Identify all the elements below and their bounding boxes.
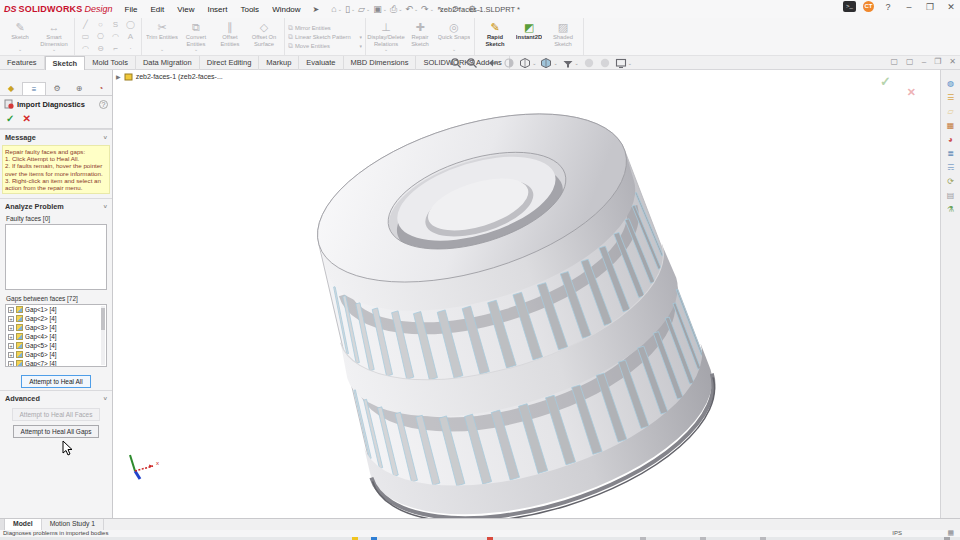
expand-icon[interactable]: + bbox=[8, 343, 14, 349]
custom-status-icon[interactable]: ▦ bbox=[947, 529, 954, 537]
pack-and-go-icon[interactable]: ⟳ bbox=[945, 176, 957, 187]
analyze-problem-header[interactable]: Analyze Problem˅ bbox=[0, 198, 112, 213]
close-button[interactable]: ✕ bbox=[944, 2, 958, 12]
expand-arrow-icon[interactable]: ▶ bbox=[116, 73, 121, 80]
rapid-sketch-button[interactable]: ✎Rapid Sketch bbox=[478, 19, 512, 54]
solidworks-forum-icon[interactable]: ☴ bbox=[945, 162, 957, 173]
confirm-cancel-icon[interactable]: ✕ bbox=[907, 86, 916, 99]
gap-list-item[interactable]: +Gap<5> [4] bbox=[6, 341, 106, 350]
convert-entities-button[interactable]: ⧉Convert Entities⌄ bbox=[179, 19, 213, 54]
display-style-icon[interactable]: ⌄ bbox=[540, 57, 557, 69]
fillet-icon[interactable]: ⌐ bbox=[108, 43, 123, 55]
feature-tree-flyout[interactable]: ▶ zeb2-faces-1 (zeb2-faces-... bbox=[116, 72, 223, 81]
mirror-entities-button[interactable]: ⧉Mirror Entities bbox=[288, 24, 362, 32]
line-icon[interactable]: ╱ bbox=[78, 19, 93, 31]
doc-restore-button[interactable]: ❐ bbox=[934, 57, 941, 66]
spline-icon[interactable]: S bbox=[108, 19, 123, 31]
doc-minimize-button[interactable]: – bbox=[922, 57, 926, 66]
design-library-icon[interactable]: ☰ bbox=[945, 92, 957, 103]
message-section-header[interactable]: Message˅ bbox=[0, 129, 112, 144]
graphics-viewport[interactable]: ▶ zeb2-faces-1 (zeb2-faces-... ✓ ✕ x bbox=[113, 70, 940, 518]
home-icon[interactable]: ⌂⌄ bbox=[331, 4, 342, 14]
tab-markup[interactable]: Markup bbox=[259, 56, 299, 70]
text-icon[interactable]: A bbox=[123, 31, 138, 43]
gap-list-item[interactable]: +Gap<6> [4] bbox=[6, 350, 106, 359]
apply-scene-icon[interactable] bbox=[599, 57, 611, 69]
part-model[interactable] bbox=[113, 70, 940, 518]
section-view-icon[interactable] bbox=[503, 57, 515, 69]
hide-show-items-icon[interactable]: ⌄ bbox=[562, 57, 579, 69]
recording-icon[interactable]: CT bbox=[863, 1, 874, 12]
help-icon[interactable]: ? bbox=[99, 100, 108, 109]
polygon-icon[interactable]: ⎔ bbox=[93, 31, 108, 43]
custom-properties-icon[interactable]: ≣ bbox=[945, 148, 957, 159]
menu-insert[interactable]: Insert bbox=[201, 3, 233, 16]
menu-edit[interactable]: Edit bbox=[144, 3, 170, 16]
arc-icon[interactable]: ◠ bbox=[108, 31, 123, 43]
save-icon[interactable]: ▣⌄ bbox=[373, 4, 387, 14]
quick-snaps-button[interactable]: ◎Quick Snaps⌄ bbox=[437, 19, 471, 54]
select-icon[interactable]: ↖⌄ bbox=[437, 4, 450, 14]
edit-appearance-icon[interactable] bbox=[583, 57, 595, 69]
view-settings-icon[interactable]: ⌄ bbox=[615, 57, 632, 69]
view-palette-icon[interactable]: ▦ bbox=[945, 120, 957, 131]
tab-features[interactable]: Features bbox=[0, 56, 45, 70]
faulty-faces-list[interactable] bbox=[5, 224, 107, 290]
cancel-icon[interactable]: ✕ bbox=[22, 113, 30, 124]
restore-button[interactable]: ❐ bbox=[923, 2, 937, 12]
tab-data-migration[interactable]: Data Migration bbox=[136, 56, 200, 70]
minimize-button[interactable]: – bbox=[902, 2, 916, 12]
attempt-heal-all-gaps-button[interactable]: Attempt to Heal All Gaps bbox=[13, 425, 100, 438]
point-icon[interactable]: · bbox=[123, 43, 138, 55]
advanced-section-header[interactable]: Advanced˅ bbox=[0, 390, 112, 405]
manager-tab-configuration-manager[interactable]: ⚙ bbox=[46, 82, 68, 95]
redo-icon[interactable]: ↷⌄ bbox=[421, 4, 434, 14]
part-reviewer-icon[interactable]: ▤ bbox=[945, 190, 957, 201]
gaps-list[interactable]: +Gap<1> [4]+Gap<2> [4]+Gap<3> [4]+Gap<4>… bbox=[5, 304, 107, 367]
menu-view[interactable]: View bbox=[171, 3, 200, 16]
ellipse-icon[interactable]: ◯ bbox=[123, 19, 138, 31]
new-document-icon[interactable]: ▯⌄ bbox=[345, 4, 355, 14]
print-icon[interactable]: ⎙⌄ bbox=[390, 4, 402, 15]
gap-list-item[interactable]: +Gap<4> [4] bbox=[6, 332, 106, 341]
unit-system[interactable]: IPS bbox=[892, 530, 902, 536]
rebuild-icon[interactable]: ⟳⌄ bbox=[453, 4, 466, 14]
linear-sketch-pattern-button[interactable]: ⧉Linear Sketch Pattern▾ bbox=[288, 33, 362, 41]
zoom-fit-icon[interactable] bbox=[450, 57, 462, 69]
rectangle-icon[interactable]: ▭ bbox=[78, 31, 93, 43]
appearances-icon[interactable]: ◕ bbox=[945, 134, 957, 145]
help-icon[interactable]: ? bbox=[881, 2, 895, 12]
tab-direct-editing[interactable]: Direct Editing bbox=[200, 56, 260, 70]
manager-tab-display-manager[interactable]: ◔ bbox=[90, 82, 112, 95]
smart-dimension-button[interactable]: ↔Smart Dimension⌄ bbox=[37, 19, 71, 54]
undo-icon[interactable]: ↶⌄ bbox=[405, 4, 418, 14]
menu-file[interactable]: File bbox=[119, 3, 144, 16]
move-entities-button[interactable]: ⧉Move Entities▾ bbox=[288, 42, 362, 50]
circle-icon[interactable]: ○ bbox=[93, 19, 108, 31]
bottom-tab-model[interactable]: Model bbox=[5, 519, 42, 530]
menu-window[interactable]: Window bbox=[266, 3, 306, 16]
bottom-tab-motion-study-1[interactable]: Motion Study 1 bbox=[42, 519, 104, 530]
instant2d-button[interactable]: ◩Instant2D bbox=[512, 19, 546, 54]
doc-cascade-icon[interactable]: ▢ bbox=[891, 57, 899, 66]
manager-tab-featuremanager-tree[interactable]: ◆ bbox=[0, 82, 22, 95]
open-document-icon[interactable]: ▱⌄ bbox=[358, 4, 370, 14]
expand-icon[interactable]: + bbox=[8, 334, 14, 340]
confirm-accept-icon[interactable]: ✓ bbox=[880, 74, 891, 89]
manager-tab-dimxpert-manager[interactable]: ⊕ bbox=[68, 82, 90, 95]
gap-list-item[interactable]: +Gap<3> [4] bbox=[6, 323, 106, 332]
solidworks-resources-icon[interactable]: ◍ bbox=[945, 78, 957, 89]
accept-icon[interactable]: ✓ bbox=[6, 113, 14, 124]
repair-sketch-button[interactable]: ✚Repair Sketch bbox=[403, 19, 437, 54]
menu-tools[interactable]: Tools bbox=[234, 3, 265, 16]
terminal-icon[interactable]: >_ bbox=[843, 1, 856, 12]
xpress-products-icon[interactable]: ⚗ bbox=[945, 204, 957, 215]
attempt-heal-all-button[interactable]: Attempt to Heal All bbox=[21, 375, 90, 388]
zoom-area-icon[interactable]: ⌄ bbox=[466, 57, 483, 69]
tab-sketch[interactable]: Sketch bbox=[45, 56, 86, 70]
options-icon[interactable]: ⚙⌄ bbox=[468, 4, 481, 14]
expand-icon[interactable]: + bbox=[8, 316, 14, 322]
offset-on-surface-button[interactable]: ◇Offset On Surface bbox=[247, 19, 281, 54]
offset-entities-button[interactable]: ∥Offset Entities bbox=[213, 19, 247, 54]
tab-mold-tools[interactable]: Mold Tools bbox=[85, 56, 136, 70]
